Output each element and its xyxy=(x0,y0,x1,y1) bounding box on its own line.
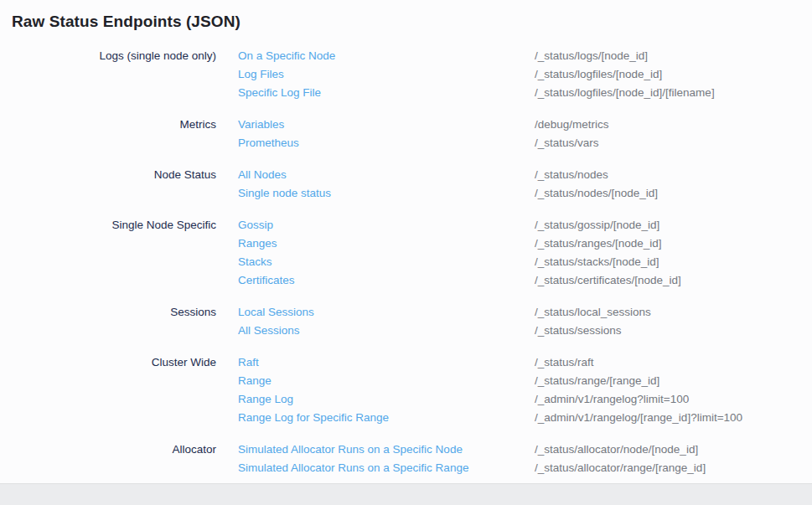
endpoint-group: AllocatorSimulated Allocator Runs on a S… xyxy=(0,441,812,477)
endpoint-link[interactable]: Log Files xyxy=(238,65,535,84)
endpoint-path: /_status/nodes/[node_id] xyxy=(535,184,812,203)
endpoint-paths-column: /_status/allocator/node/[node_id]/_statu… xyxy=(535,441,812,477)
category-label: Single Node Specific xyxy=(0,216,216,290)
category-label: Metrics xyxy=(0,116,216,152)
endpoint-group: SessionsLocal SessionsAll Sessions/_stat… xyxy=(0,303,812,340)
endpoint-link[interactable]: Ranges xyxy=(238,234,535,253)
endpoint-group: Single Node SpecificGossipRangesStacksCe… xyxy=(0,216,812,290)
endpoint-path: /_status/logfiles/[node_id] xyxy=(535,65,812,84)
endpoint-path: /_status/ranges/[node_id] xyxy=(535,234,812,253)
endpoint-link[interactable]: Raft xyxy=(238,353,535,372)
endpoint-path: /_status/stacks/[node_id] xyxy=(535,253,812,271)
endpoint-paths-column: /_status/raft/_status/range/[range_id]/_… xyxy=(535,353,812,427)
endpoint-path: /_status/allocator/range/[range_id] xyxy=(535,459,812,477)
endpoint-path: /_status/gossip/[node_id] xyxy=(535,216,812,234)
endpoint-link[interactable]: Variables xyxy=(238,116,535,134)
category-label: Sessions xyxy=(0,303,216,340)
category-label: Allocator xyxy=(0,441,216,477)
endpoints-table: Logs (single node only)On a Specific Nod… xyxy=(0,47,812,477)
endpoint-link[interactable]: On a Specific Node xyxy=(238,47,535,65)
endpoint-link[interactable]: Range Log for Specific Range xyxy=(238,409,535,427)
endpoint-link[interactable]: Simulated Allocator Runs on a Specific R… xyxy=(238,459,535,477)
category-label: Logs (single node only) xyxy=(0,47,216,102)
endpoint-link[interactable]: Simulated Allocator Runs on a Specific N… xyxy=(238,441,535,459)
endpoint-links-column: Local SessionsAll Sessions xyxy=(238,303,535,340)
endpoint-link[interactable]: Single node status xyxy=(238,184,535,203)
endpoint-path: /debug/metrics xyxy=(535,116,812,134)
endpoint-group: Cluster WideRaftRangeRange LogRange Log … xyxy=(0,353,812,427)
endpoint-path: /_status/range/[range_id] xyxy=(535,372,812,390)
endpoint-links-column: Simulated Allocator Runs on a Specific N… xyxy=(238,441,535,477)
endpoint-link[interactable]: Certificates xyxy=(238,271,535,290)
endpoint-paths-column: /_status/nodes/_status/nodes/[node_id] xyxy=(535,166,812,203)
endpoint-link[interactable]: Gossip xyxy=(238,216,535,234)
endpoint-link[interactable]: Prometheus xyxy=(238,134,535,152)
endpoint-paths-column: /_status/gossip/[node_id]/_status/ranges… xyxy=(535,216,812,290)
endpoint-link[interactable]: Local Sessions xyxy=(238,303,535,322)
endpoint-path: /_status/vars xyxy=(535,134,812,152)
raw-status-endpoints-panel: Raw Status Endpoints (JSON) Logs (single… xyxy=(0,0,812,483)
endpoint-link[interactable]: Range Log xyxy=(238,390,535,409)
endpoint-paths-column: /debug/metrics/_status/vars xyxy=(535,116,812,152)
endpoint-link[interactable]: Range xyxy=(238,372,535,390)
endpoint-path: /_status/sessions xyxy=(535,322,812,340)
endpoint-link[interactable]: Stacks xyxy=(238,253,535,271)
endpoint-path: /_status/raft xyxy=(535,353,812,372)
endpoint-link[interactable]: Specific Log File xyxy=(238,84,535,102)
endpoint-link[interactable]: All Sessions xyxy=(238,322,535,340)
endpoint-path: /_status/logs/[node_id] xyxy=(535,47,812,65)
endpoint-links-column: VariablesPrometheus xyxy=(238,116,535,152)
endpoint-paths-column: /_status/logs/[node_id]/_status/logfiles… xyxy=(535,47,812,102)
endpoint-paths-column: /_status/local_sessions/_status/sessions xyxy=(535,303,812,340)
endpoint-path: /_admin/v1/rangelog/[range_id]?limit=100 xyxy=(535,409,812,427)
endpoint-link[interactable]: All Nodes xyxy=(238,166,535,184)
endpoint-links-column: All NodesSingle node status xyxy=(238,166,535,203)
endpoint-path: /_status/allocator/node/[node_id] xyxy=(535,441,812,459)
endpoint-path: /_status/local_sessions xyxy=(535,303,812,322)
endpoint-links-column: On a Specific NodeLog FilesSpecific Log … xyxy=(238,47,535,102)
endpoint-group: Logs (single node only)On a Specific Nod… xyxy=(0,47,812,102)
category-label: Cluster Wide xyxy=(0,353,216,427)
endpoint-path: /_status/logfiles/[node_id]/[filename] xyxy=(535,84,812,102)
endpoint-group: Node StatusAll NodesSingle node status/_… xyxy=(0,166,812,203)
endpoint-links-column: GossipRangesStacksCertificates xyxy=(238,216,535,290)
endpoint-group: MetricsVariablesPrometheus/debug/metrics… xyxy=(0,116,812,152)
page-title: Raw Status Endpoints (JSON) xyxy=(0,0,812,33)
endpoint-path: /_status/certificates/[node_id] xyxy=(535,271,812,290)
endpoint-links-column: RaftRangeRange LogRange Log for Specific… xyxy=(238,353,535,427)
endpoint-path: /_status/nodes xyxy=(535,166,812,184)
category-label: Node Status xyxy=(0,166,216,203)
endpoint-path: /_admin/v1/rangelog?limit=100 xyxy=(535,390,812,409)
